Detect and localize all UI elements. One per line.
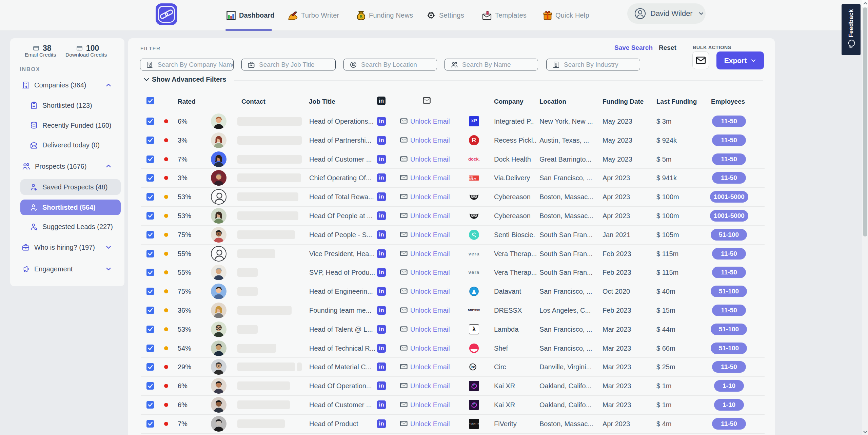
svg-text:$: $ xyxy=(360,14,363,19)
svg-text:irc: irc xyxy=(471,365,475,369)
